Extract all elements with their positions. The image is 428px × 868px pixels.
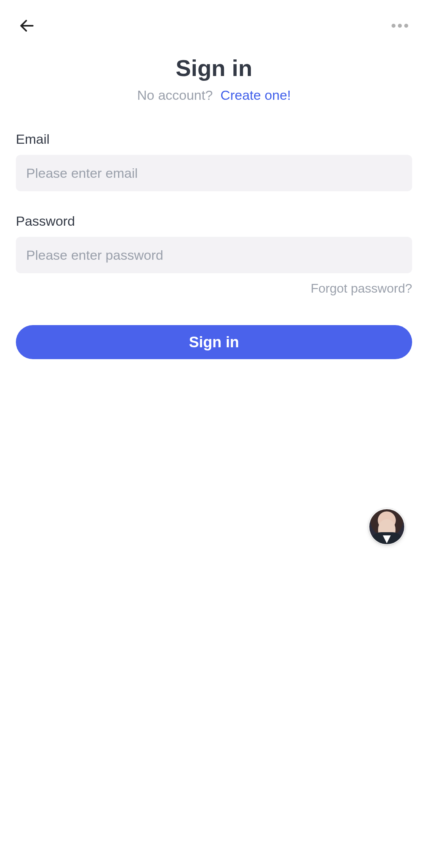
forgot-password-link[interactable]: Forgot password? — [311, 281, 412, 295]
password-input[interactable] — [16, 237, 412, 273]
email-label: Email — [16, 131, 412, 147]
signin-button[interactable]: Sign in — [16, 325, 412, 359]
page-title: Sign in — [16, 55, 412, 81]
dots-icon — [392, 24, 396, 28]
avatar-icon — [383, 535, 391, 543]
password-field-group: Password — [16, 213, 412, 273]
email-field-group: Email — [16, 131, 412, 191]
back-button[interactable] — [16, 15, 38, 37]
create-account-link[interactable]: Create one! — [220, 88, 291, 103]
dots-icon — [404, 24, 408, 28]
chat-avatar-button[interactable] — [369, 509, 404, 544]
forgot-password-row: Forgot password? — [16, 281, 412, 296]
dots-icon — [398, 24, 402, 28]
email-input[interactable] — [16, 155, 412, 191]
content-area: Sign in No account? Create one! Email Pa… — [0, 51, 428, 359]
password-label: Password — [16, 213, 412, 229]
no-account-text: No account? — [137, 88, 213, 103]
top-bar — [0, 0, 428, 51]
subtitle-row: No account? Create one! — [16, 88, 412, 103]
arrow-left-icon — [18, 17, 36, 34]
signin-form: Email Password Forgot password? Sign in — [16, 131, 412, 359]
more-options-button[interactable] — [388, 20, 412, 32]
